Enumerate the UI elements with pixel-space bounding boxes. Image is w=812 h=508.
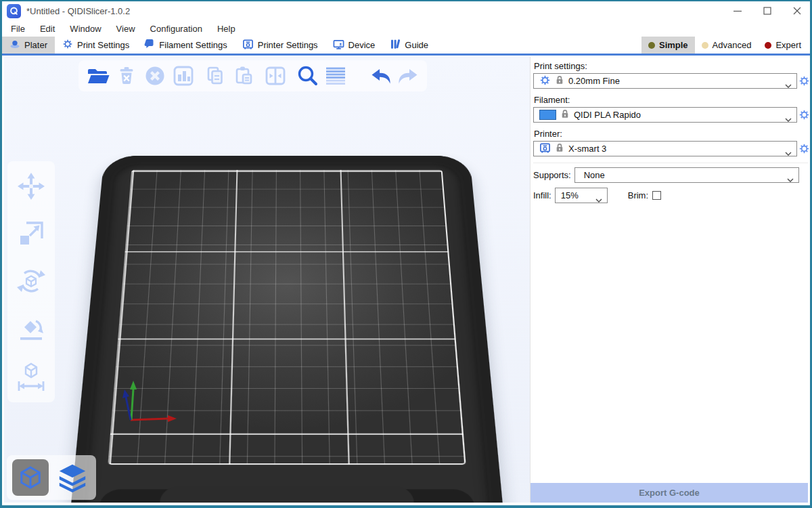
menu-bar: File Edit Window View Configuration Help — [2, 20, 810, 37]
layer-bars-icon — [323, 64, 348, 88]
move-tool-button[interactable] — [14, 169, 48, 203]
supports-label: Supports: — [533, 170, 571, 180]
print-settings-combo[interactable]: 0.20mm Fine — [533, 73, 797, 89]
menu-window[interactable]: Window — [62, 24, 108, 34]
tab-filament-settings[interactable]: Filament Settings — [137, 37, 234, 54]
infill-combo[interactable]: 15% — [555, 188, 608, 203]
printer-value: X-smart 3 — [568, 144, 606, 154]
brim-label: Brim: — [628, 190, 648, 200]
search-button[interactable] — [294, 63, 320, 89]
supports-value: None — [584, 170, 605, 180]
app-logo-icon — [7, 4, 21, 18]
export-gcode-label: Export G-code — [639, 488, 700, 498]
menu-configuration[interactable]: Configuration — [143, 24, 210, 34]
print-bed-lip — [81, 164, 492, 503]
menu-file[interactable]: File — [3, 24, 32, 34]
expert-mode-dot-icon — [765, 42, 771, 49]
supports-combo[interactable]: None — [574, 167, 799, 183]
guide-books-icon — [390, 39, 401, 51]
export-gcode-button[interactable]: Export G-code — [531, 483, 808, 503]
bed-handle — [159, 486, 415, 503]
window-title: *Untitled - QIDISlicer-1.0.2 — [26, 6, 130, 16]
menu-view[interactable]: View — [109, 24, 143, 34]
copy-icon — [203, 64, 227, 88]
mode-simple[interactable]: Simple — [641, 37, 695, 54]
maximize-button[interactable] — [763, 6, 772, 16]
paste-button[interactable] — [231, 63, 256, 89]
redo-button[interactable] — [394, 63, 420, 89]
tab-printer-settings-label: Printer Settings — [258, 40, 318, 50]
chevron-down-icon — [785, 114, 792, 124]
lock-icon — [556, 143, 564, 154]
print-bed-tray — [68, 156, 507, 503]
tab-print-settings[interactable]: Print Settings — [55, 37, 137, 54]
filament-icon — [144, 39, 155, 51]
place-on-face-icon — [16, 313, 47, 344]
printer-icon — [242, 39, 254, 52]
print-bed-grid-plate — [108, 170, 466, 465]
settings-sidebar: Print settings: 0.20mm Fine Filament: — [530, 57, 808, 503]
undo-button[interactable] — [369, 63, 394, 89]
tab-guide-label: Guide — [405, 40, 428, 50]
search-icon — [295, 64, 319, 88]
delete-all-button[interactable] — [142, 63, 168, 89]
chevron-down-icon — [785, 148, 792, 158]
preview-view-button[interactable] — [54, 459, 91, 496]
folder-open-icon — [86, 64, 110, 88]
arrange-grid-icon — [171, 64, 196, 88]
rotate-tool-button[interactable] — [14, 264, 48, 298]
print-settings-gear-icon — [62, 39, 73, 51]
printer-icon — [539, 142, 551, 156]
printer-gear-button[interactable] — [798, 142, 810, 155]
paste-clipboard-icon — [231, 64, 256, 88]
sidebar-divider — [533, 163, 808, 163]
chevron-down-icon — [595, 194, 602, 205]
split-objects-button[interactable] — [263, 63, 288, 89]
mode-expert[interactable]: Expert — [758, 37, 808, 54]
tab-printer-settings[interactable]: Printer Settings — [235, 37, 325, 54]
redo-arrow-icon — [395, 64, 420, 88]
title-bar: *Untitled - QIDISlicer-1.0.2 — [2, 1, 810, 20]
scale-icon — [16, 218, 47, 249]
menu-edit[interactable]: Edit — [32, 24, 62, 34]
close-button[interactable] — [792, 6, 802, 16]
app-window: *Untitled - QIDISlicer-1.0.2 File Edit W… — [0, 0, 812, 508]
place-on-face-tool-button[interactable] — [14, 312, 48, 345]
filament-gear-button[interactable] — [798, 108, 810, 121]
mode-expert-label: Expert — [775, 40, 801, 50]
tab-plater[interactable]: Plater — [2, 37, 55, 54]
tab-guide[interactable]: Guide — [382, 37, 436, 54]
variable-layer-height-button[interactable] — [323, 63, 348, 89]
print-settings-label: Print settings: — [534, 61, 808, 71]
scale-tool-button[interactable] — [14, 217, 48, 251]
tab-print-settings-label: Print Settings — [77, 40, 129, 50]
print-settings-gear-button[interactable] — [798, 75, 810, 87]
arrange-button[interactable] — [171, 63, 196, 89]
gear-icon — [539, 75, 551, 88]
tab-bar: Plater Print Settings Filament Settings … — [2, 37, 810, 56]
undo-arrow-icon — [369, 64, 394, 88]
printer-combo[interactable]: X-smart 3 — [533, 141, 797, 156]
menu-help[interactable]: Help — [210, 24, 243, 34]
minimize-button[interactable] — [733, 6, 742, 16]
viewport-3d[interactable] — [4, 57, 530, 503]
tab-filament-settings-label: Filament Settings — [159, 40, 227, 50]
cube-3d-icon — [16, 463, 45, 492]
mode-advanced[interactable]: Advanced — [695, 37, 759, 54]
brim-checkbox[interactable] — [652, 191, 661, 200]
lock-icon — [556, 75, 564, 87]
open-project-button[interactable] — [85, 63, 111, 89]
mode-switcher: Simple Advanced Expert — [641, 37, 808, 54]
delete-button[interactable] — [114, 63, 139, 89]
chevron-down-icon — [787, 174, 794, 184]
tab-device[interactable]: Device — [325, 37, 383, 54]
filament-combo[interactable]: QIDI PLA Rapido — [533, 107, 797, 123]
editor-3d-view-button[interactable] — [12, 459, 49, 496]
bed-handle-recess — [97, 489, 477, 503]
print-bed-scene — [4, 156, 530, 503]
copy-button[interactable] — [202, 63, 228, 89]
circle-x-icon — [143, 64, 167, 88]
plater-icon — [9, 39, 20, 51]
filament-label: Filament: — [534, 95, 808, 105]
measure-tool-button[interactable] — [14, 359, 48, 393]
